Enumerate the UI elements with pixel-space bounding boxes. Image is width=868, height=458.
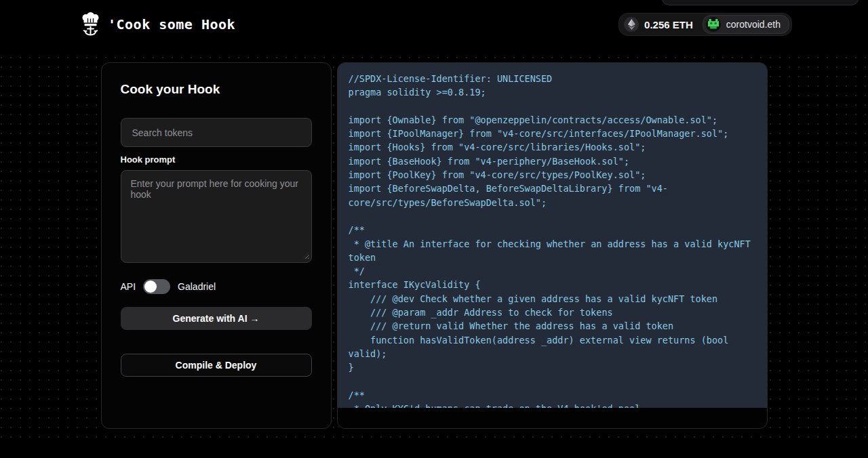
panel-title: Cook your Hook — [121, 82, 312, 97]
code-panel: //SPDX-License-Identifier: UNLICENSED pr… — [337, 62, 768, 429]
main-area: Cook your Hook Hook prompt API Galadriel… — [0, 49, 868, 439]
wallet-balance-chip[interactable]: 0.256 ETH — [621, 17, 700, 32]
hook-prompt-textarea[interactable] — [121, 170, 312, 263]
hook-prompt-label: Hook prompt — [121, 154, 312, 165]
cook-panel: Cook your Hook Hook prompt API Galadriel… — [101, 62, 332, 429]
app-header: 'Cook some Hook 0.256 ETH — [0, 0, 868, 49]
code-scroll-area[interactable]: //SPDX-License-Identifier: UNLICENSED pr… — [338, 63, 767, 408]
solidity-code: //SPDX-License-Identifier: UNLICENSED pr… — [338, 63, 767, 408]
compile-deploy-button[interactable]: Compile & Deploy — [121, 354, 312, 377]
model-toggle-switch[interactable] — [143, 279, 170, 294]
search-tokens-input[interactable] — [121, 118, 312, 147]
ens-avatar — [706, 17, 721, 32]
ens-name: corotvoid.eth — [726, 19, 781, 30]
app-title: 'Cook some Hook — [108, 16, 235, 33]
top-toast-partial — [661, 0, 859, 5]
brand-home-link[interactable]: 'Cook some Hook — [81, 12, 235, 37]
ethereum-icon — [624, 17, 639, 32]
wallet-account-chip[interactable]: corotvoid.eth — [703, 15, 789, 34]
chef-hat-anchor-icon — [81, 12, 100, 37]
footer-strip — [0, 439, 868, 458]
toggle-left-label: API — [121, 281, 136, 292]
toggle-knob — [144, 280, 157, 293]
toggle-right-label: Galadriel — [178, 281, 216, 292]
generate-with-ai-button[interactable]: Generate with AI → — [121, 307, 312, 330]
wallet-balance: 0.256 ETH — [644, 19, 693, 30]
model-toggle-row: API Galadriel — [121, 279, 312, 294]
wallet-widget: 0.256 ETH corotvoid.eth — [618, 13, 792, 36]
